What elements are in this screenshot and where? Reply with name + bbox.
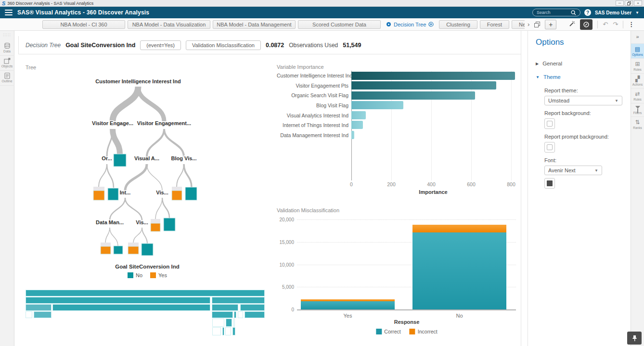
icicle-segment[interactable] [26, 290, 265, 296]
report-theme-label: Report theme: [544, 88, 631, 93]
val-bar-incorrect[interactable] [412, 225, 506, 232]
vi-bar[interactable] [351, 101, 403, 109]
font-label: Font: [544, 157, 631, 163]
auto-chart-wand-icon[interactable] [568, 21, 575, 28]
dropdown-caret-icon: ▼ [615, 99, 618, 103]
rail-tab-rules[interactable]: ⇄Rules [631, 88, 644, 103]
minimize-button[interactable]: ─ [616, 0, 624, 6]
sidebar-item-data[interactable]: Data [0, 41, 14, 56]
tab-toolbar: › + ↶ ↷ ⋮ [528, 19, 634, 30]
collapse-panel-icon[interactable]: » [636, 31, 639, 43]
vi-bar[interactable] [351, 72, 515, 80]
vi-bar[interactable] [351, 91, 475, 100]
icicle-segment[interactable] [212, 304, 238, 311]
objects-icon [4, 58, 11, 64]
decision-tree-diagram[interactable]: Customer Intelligence Interest IndVisito… [19, 63, 270, 261]
rail-tab-roles[interactable]: ⊞Roles [631, 58, 644, 73]
icicle-segment[interactable] [233, 319, 235, 327]
svg-text:Customer Intelligence Interest: Customer Intelligence Interest Ind [95, 78, 180, 84]
duplicate-page-icon[interactable] [534, 22, 540, 27]
svg-text:Vis...: Vis... [156, 190, 168, 195]
font-color-swatch[interactable] [544, 178, 555, 189]
tab-decision-tree[interactable]: Decision Tree [383, 20, 437, 29]
active-tab-icon [386, 22, 391, 27]
tab-nba-model-ci-360[interactable]: NBA Model - CI 360 [42, 20, 125, 29]
svg-text:Data Man...: Data Man... [96, 219, 124, 225]
rail-tab-options[interactable]: ▤Options [631, 43, 644, 58]
appearance-toggle-button[interactable] [580, 19, 592, 30]
add-page-button[interactable]: + [545, 20, 556, 29]
val-bar-correct[interactable] [301, 301, 395, 309]
report-background-swatch[interactable] [544, 118, 555, 129]
close-button[interactable]: × [634, 0, 642, 6]
icicle-segment[interactable] [234, 311, 236, 318]
user-caret-icon[interactable]: ▼ [635, 11, 639, 15]
icicle-plot[interactable] [26, 290, 265, 336]
undo-icon[interactable]: ↶ [603, 21, 608, 28]
tab-nba-model-data-visualization[interactable]: NBA Model - Data Visualization [128, 20, 210, 29]
icicle-segment[interactable] [26, 297, 210, 304]
icicle-segment[interactable] [212, 297, 265, 304]
vi-bar-row: Visual Analytics Interest Ind [277, 110, 521, 120]
pin-button[interactable] [627, 332, 642, 345]
search-input[interactable] [537, 10, 570, 15]
variable-importance-chart[interactable]: Variable Importance Customer Intelligenc… [277, 64, 521, 201]
close-tab-icon[interactable] [428, 22, 434, 27]
val-bar-correct[interactable] [412, 232, 506, 309]
icicle-segment[interactable] [212, 311, 233, 318]
icicle-segment[interactable] [26, 311, 32, 318]
icicle-segment[interactable] [232, 327, 235, 335]
search-box[interactable] [532, 9, 580, 16]
icicle-segment[interactable] [225, 327, 231, 335]
report-theme-select[interactable]: Umstead ▼ [544, 96, 622, 105]
search-icon[interactable] [570, 10, 577, 16]
icicle-segment[interactable] [245, 311, 265, 318]
redo-icon[interactable]: ↷ [613, 21, 618, 28]
vi-bar[interactable] [351, 81, 496, 90]
tab-clustering[interactable]: Clustering [439, 20, 477, 29]
prompt-background-label: Report prompt background: [544, 134, 631, 140]
tree-legend-items: NoYes [27, 272, 268, 278]
icicle-segment[interactable] [212, 319, 224, 327]
tab-forest[interactable]: Forest [480, 20, 509, 29]
tab-nba-model-data-management[interactable]: NBA Model - Data Management [213, 20, 296, 29]
tab-neural-network[interactable]: Neural Network [512, 20, 525, 29]
tab-scroll-right-icon[interactable]: › [528, 21, 529, 28]
window-titlebar: S 360 Discover Analysis - SAS Visual Ana… [0, 0, 644, 7]
rail-tab-ranks[interactable]: ⇅Ranks [631, 116, 644, 131]
more-options-icon[interactable]: ⋮ [628, 21, 634, 28]
metric-chip[interactable]: Validation Misclassification [186, 40, 261, 50]
icicle-segment[interactable] [240, 304, 265, 311]
vi-bar[interactable] [351, 121, 363, 129]
icicle-segment[interactable] [238, 311, 243, 318]
restore-button[interactable] [625, 0, 633, 6]
application-window: S 360 Discover Analysis - SAS Visual Ana… [0, 0, 644, 346]
val-bar-incorrect[interactable] [301, 299, 395, 301]
help-icon[interactable]: ? [584, 9, 591, 16]
sidebar-item-objects[interactable]: Objects [0, 56, 14, 71]
section-general[interactable]: ▶ General [536, 61, 631, 66]
tree-legend-title: Goal SiteConversion Ind [27, 264, 268, 269]
icicle-segment[interactable] [212, 327, 221, 335]
rail-tab-filters[interactable]: Filters [631, 103, 644, 116]
icicle-segment[interactable] [222, 327, 224, 335]
user-menu[interactable]: SAS Demo User [595, 10, 631, 15]
font-select[interactable]: Avenir Next ▼ [544, 166, 602, 175]
menu-icon[interactable] [5, 10, 13, 15]
icicle-segment[interactable] [34, 311, 52, 318]
sidebar-item-outline[interactable]: Outline [0, 71, 14, 86]
ranks-icon: ⇅ [635, 119, 640, 126]
rail-tab-actions[interactable]: ▞Actions [631, 73, 644, 88]
prompt-background-swatch[interactable] [544, 142, 555, 153]
tab-scored-customer-data[interactable]: Scored Customer Data [298, 20, 381, 29]
vi-bar[interactable] [351, 111, 366, 119]
icicle-segment[interactable] [52, 304, 210, 311]
icicle-segment[interactable] [226, 319, 232, 327]
vi-bar[interactable] [351, 131, 354, 139]
content-area: ·········· Data Objects Outline Decision… [0, 31, 644, 346]
section-theme[interactable]: ▼ Theme [536, 74, 631, 80]
validation-chart[interactable]: Validation Misclassification 05,00010,00… [277, 205, 521, 344]
rail-handle-icon[interactable]: ·········· [3, 33, 11, 37]
icicle-segment[interactable] [26, 304, 52, 311]
event-chip[interactable]: (event=Yes) [140, 40, 181, 50]
